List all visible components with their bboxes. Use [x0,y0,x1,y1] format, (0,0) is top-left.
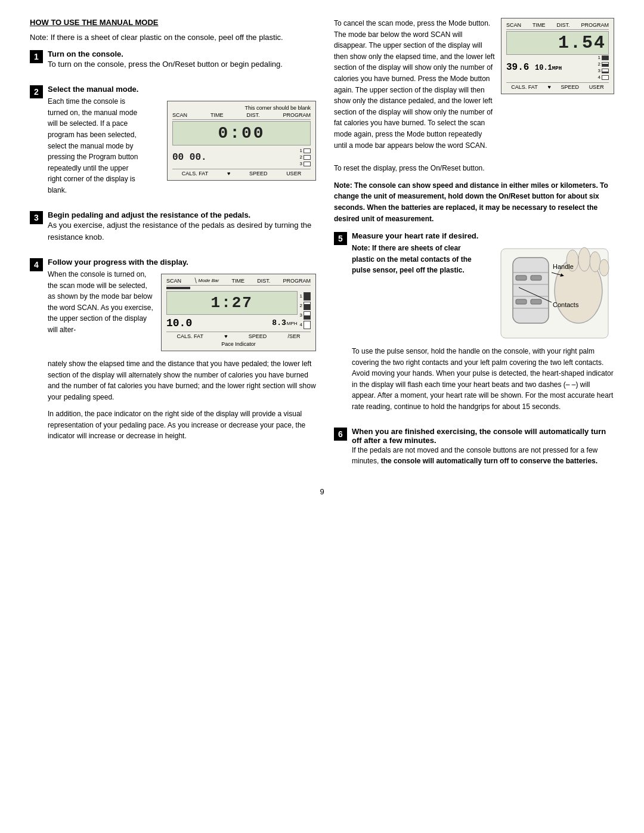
corner-note: This corner should be blank [172,105,311,111]
svg-text:Handle: Handle [553,263,574,270]
right-lcd-dist: DIST. [556,22,569,28]
right-lcd-sub-left: 39.6 10.1MPH [506,62,562,73]
right-lcd-top-bar: SCAN TIME DIST. PROGRAM [506,22,609,30]
step-5: 5 Measure your heart rate if desired. No… [334,231,614,419]
step-5-title: Measure your heart rate if desired. [352,231,478,240]
handle-svg: Handle Contacts [495,243,614,344]
right-column: To cancel the scan mode, press the Mode … [334,18,614,481]
step-4-content: Follow your progress with the display. W… [48,258,316,448]
pace-indicator-label: Pace Indicator [166,341,311,347]
reset-text: To reset the display, press the On/Reset… [334,163,614,174]
lcd2-bar-3: 3 [300,311,311,320]
lcd1-cals: CALS. FAT [182,171,208,176]
lcd1-bars: 1 2 3 [300,148,311,166]
step5-body-text: To use the pulse sensor, hold the handle… [352,346,614,413]
right-lcd-scan: SCAN [506,22,521,28]
lcd1-bottom-bar: CALS. FAT ♥ SPEED USER [172,169,311,176]
step-2-title: Select the manual mode. [48,85,138,94]
lcd1-speed: SPEED [249,171,268,176]
step-4-num: 4 [30,258,43,271]
step5-left-text: Note: If there are sheets of clear plast… [352,243,483,282]
svg-rect-6 [516,275,527,280]
right-lcd-speed: SPEED [561,84,579,90]
lcd1-scan: SCAN [172,112,187,118]
lcd2-time: TIME [231,278,244,284]
step-1-content: Turn on the console. To turn on the cons… [48,49,316,76]
lcd1-bar-3: 3 [300,161,311,166]
right-bar-2: 2 [598,61,609,67]
right-top-section: To cancel the scan mode, press the Mode … [334,18,614,157]
step-1-body: To turn on the console, press the On/Res… [48,58,316,70]
handle-diagram: Handle Contacts [495,243,614,346]
step-4: 4 Follow your progress with the display.… [30,258,316,448]
lcd2-heart: ♥ [224,333,227,339]
lcd2-speed: SPEED [249,333,267,339]
step-3-title: Begin pedaling and adjust the resistance… [48,210,250,219]
right-lcd-user: USER [589,84,604,90]
step-2-body: Each time the console is turned on, the … [48,96,143,196]
step-2-content: Select the manual mode. Each time the co… [48,85,316,202]
right-bar-3: 3 [598,68,609,73]
right-lcd-cals: CALS. FAT [511,84,537,90]
step-1: 1 Turn on the console. To turn on the co… [30,49,316,76]
page-heading: HOW TO USE THE MANUAL MODE [30,18,316,27]
right-lcd-heart: ♥ [547,84,550,90]
lcd2-sub-right-val: 8.3 [272,318,286,327]
step-5-num: 5 [334,232,347,245]
lcd2-sub: 10.0 8.3 MPH [166,317,298,329]
step-6-body: If the pedals are not moved and the cons… [352,445,614,467]
lcd2-bottom-bar: CALS. FAT ♥ SPEED /SER [166,332,311,339]
step-4-body2: nately show the elapsed time and the dis… [48,358,316,402]
lcd2-dist: DIST. [257,278,270,284]
lcd2-modebar-label: ╲ Mode Bar [194,278,219,284]
right-lcd-time: TIME [532,22,546,28]
console-diagram-1: This corner should be blank SCAN TIME DI… [167,101,316,181]
step-3-content: Begin pedaling and adjust the resistance… [48,210,316,249]
step5-note-bold: Note: If there are sheets of clear plast… [352,243,483,276]
right-bar-4: 4 [598,75,609,80]
right-lcd-program: PROGRAM [581,22,609,28]
svg-text:Contacts: Contacts [553,301,579,308]
step-2: 2 Select the manual mode. Each time the … [30,85,316,202]
lcd2-mode-indicator [166,287,190,289]
lcd1-user: USER [286,171,301,176]
svg-rect-8 [516,299,527,304]
step-4-body3: In addition, the pace indicator on the r… [48,408,316,442]
right-bar-1: 1 [598,55,609,60]
lcd1-top-bar: SCAN TIME DIST. PROGRAM [172,112,311,120]
page-wrapper: HOW TO USE THE MANUAL MODE Note: If ther… [30,18,614,496]
right-lcd-bottom-bar: CALS. FAT ♥ SPEED USER [506,82,609,90]
step-3: 3 Begin pedaling and adjust the resistan… [30,210,316,249]
lcd2-scan: SCAN [166,278,181,284]
step-3-body: As you exercise, adjust the resistance o… [48,219,316,243]
right-lcd-bars: 1 2 3 4 [598,55,609,80]
svg-rect-7 [531,275,541,280]
step-4-body1: When the console is turned on, the scan … [48,269,155,336]
lcd1-bar-2: 2 [300,154,311,160]
lcd2-bars: 1 2 3 4 [300,287,311,329]
lcd2-top-bar: SCAN ╲ Mode Bar TIME DIST. PROGRAM [166,278,311,286]
step-1-num: 1 [30,50,43,63]
lcd1-bar-1: 1 [300,148,311,153]
lcd1-main-display: 0:00 [172,121,311,145]
step-6-num: 6 [334,428,347,441]
lcd1-heart: ♥ [227,171,230,176]
page-number: 9 [30,487,614,496]
step-4-title: Follow your progress with the display. [48,258,188,267]
right-lcd-main: 1.54 [506,31,609,55]
note-bold-text: Note: The console can show speed and dis… [334,180,614,224]
lcd1-sub-left: 00 00. [172,152,207,163]
lcd2-ser: /SER [287,333,300,339]
right-console-diagram: SCAN TIME DIST. PROGRAM 1.54 39.6 10.1MP… [501,18,614,94]
lcd2-bar-4: 4 [300,321,311,329]
lcd1-program: PROGRAM [283,112,311,118]
svg-point-13 [590,252,600,272]
step-6-title: When you are finished exercising, the co… [352,427,606,445]
step6-body-bold: the console will automatically turn off … [381,457,597,465]
lcd2-left: 1:27 10.0 8.3 MPH [166,287,298,329]
step-6-content: When you are finished exercising, the co… [352,427,614,473]
lcd2-main-display: 1:27 [166,291,298,315]
step-5-content: Measure your heart rate if desired. Note… [352,231,614,419]
right-lcd-sub: 39.6 10.1MPH 1 2 3 4 [506,55,609,80]
svg-point-14 [599,259,609,276]
